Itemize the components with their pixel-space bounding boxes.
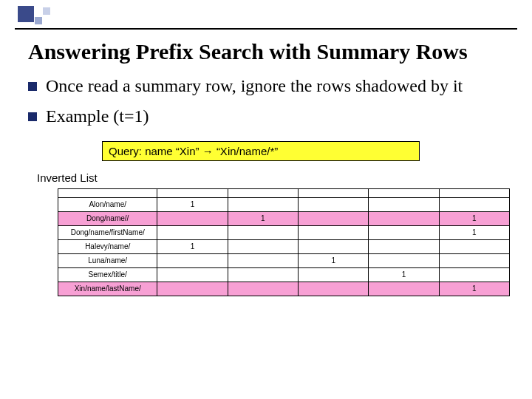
decor-square <box>35 17 42 24</box>
row-key: Semex/title/ <box>58 267 157 282</box>
table-row: Halevy/name/ 1 <box>58 239 510 253</box>
row-cell <box>228 197 298 211</box>
row-cell: 1 <box>299 253 369 267</box>
row-cell <box>228 253 298 267</box>
slide-title: Answering Prefix Search with Summary Row… <box>28 38 514 64</box>
row-cell <box>157 267 228 282</box>
row-cell <box>228 267 298 282</box>
bullet-text: Example (t=1) <box>46 106 149 126</box>
row-cell <box>439 253 509 267</box>
row-cell: 1 <box>157 197 228 211</box>
decor-square <box>18 6 34 22</box>
row-key: Dong/name// <box>58 211 157 225</box>
row-cell <box>369 197 439 211</box>
row-cell: 1 <box>439 225 509 239</box>
row-cell: 1 <box>439 211 509 225</box>
row-cell <box>157 253 228 267</box>
table-row: Semex/title/ 1 <box>58 267 510 282</box>
row-cell <box>228 282 298 296</box>
decor-square <box>43 7 50 15</box>
row-cell <box>157 225 228 239</box>
row-key: Xin/name/lastName/ <box>58 282 157 296</box>
row-cell <box>299 211 369 225</box>
row-cell <box>299 225 369 239</box>
row-cell <box>369 253 439 267</box>
bullet-item: Example (t=1) <box>28 105 514 128</box>
row-cell <box>369 211 439 225</box>
slide-decoration <box>0 0 532 37</box>
row-cell <box>299 239 369 253</box>
bullet-text: Once read a summary row, ignore the rows… <box>46 76 463 95</box>
row-cell <box>299 267 369 282</box>
row-key: Halevy/name/ <box>58 239 157 253</box>
row-key: Alon/name/ <box>58 197 157 211</box>
row-cell: 1 <box>228 211 298 225</box>
row-cell: 1 <box>157 239 228 253</box>
row-cell <box>439 267 509 282</box>
query-box: Query: name “Xin” → “Xin/name/*” <box>102 141 420 161</box>
row-cell <box>228 225 298 239</box>
inverted-list-table: Alon/name/ 1 Dong/name// 1 1 Dong/name/f… <box>58 188 510 296</box>
row-cell <box>299 282 369 296</box>
row-cell: 1 <box>369 267 439 282</box>
row-cell <box>157 211 228 225</box>
inverted-list-label: Inverted List <box>37 171 514 184</box>
table-header-row <box>58 188 510 197</box>
table-row: Luna/name/ 1 <box>58 253 510 267</box>
row-cell <box>369 225 439 239</box>
row-key: Luna/name/ <box>58 253 157 267</box>
row-cell: 1 <box>439 282 509 296</box>
bullet-list: Once read a summary row, ignore the rows… <box>28 75 514 127</box>
table-row: Alon/name/ 1 <box>58 197 510 211</box>
decor-rule <box>15 28 517 30</box>
row-cell <box>228 239 298 253</box>
bullet-icon <box>28 112 37 121</box>
row-cell <box>299 197 369 211</box>
row-key: Dong/name/firstName/ <box>58 225 157 239</box>
table-row: Xin/name/lastName/ 1 <box>58 282 510 296</box>
table-row: Dong/name// 1 1 <box>58 211 510 225</box>
row-cell <box>369 239 439 253</box>
table-row: Dong/name/firstName/ 1 <box>58 225 510 239</box>
row-cell <box>157 282 228 296</box>
bullet-icon <box>28 82 37 91</box>
row-cell <box>369 282 439 296</box>
bullet-item: Once read a summary row, ignore the rows… <box>28 75 514 98</box>
row-cell <box>439 197 509 211</box>
row-cell <box>439 239 509 253</box>
